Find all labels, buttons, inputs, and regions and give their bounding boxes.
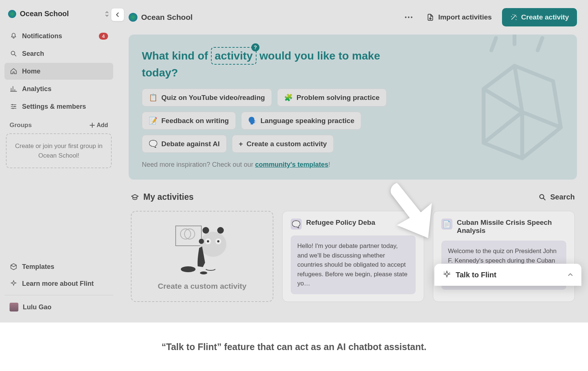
svg-point-16: [202, 227, 209, 234]
user-profile[interactable]: Lulu Gao: [4, 298, 113, 316]
svg-point-15: [217, 240, 219, 242]
nav-label: Analytics: [22, 85, 51, 93]
chip-label: Create a custom activity: [247, 140, 327, 148]
search-label: Search: [550, 193, 575, 201]
home-icon: [10, 67, 18, 75]
gem-illustration-icon: [437, 35, 577, 180]
activity-highlight[interactable]: activity?: [211, 47, 256, 65]
annotation-arrow-icon: [386, 179, 445, 245]
magic-wand-icon: [510, 14, 517, 21]
groups-header: Groups Add: [4, 118, 113, 131]
sparkle-icon: [442, 270, 451, 279]
svg-point-4: [405, 17, 406, 18]
chevron-up-icon: [567, 272, 573, 278]
caption: “Talk to Flint” feature that can act as …: [0, 323, 588, 371]
user-avatar-icon: [10, 303, 18, 311]
analytics-icon: [10, 85, 18, 93]
more-menu-button[interactable]: [401, 10, 416, 25]
bell-icon: [10, 32, 18, 40]
page-title: Ocean School: [141, 13, 193, 22]
chip-label: Feedback on writing: [161, 117, 229, 125]
school-avatar-icon: [129, 13, 137, 22]
nav-label: Notifications: [22, 32, 62, 40]
hero-title: What kind of activity? would you like to…: [142, 47, 406, 80]
activities-title: My activities: [143, 192, 194, 202]
chip-quiz[interactable]: 📋Quiz on YouTube video/reading: [142, 89, 272, 107]
chip-custom-activity[interactable]: +Create a custom activity: [232, 135, 334, 153]
svg-point-19: [181, 266, 196, 272]
plus-icon: +: [239, 140, 243, 148]
debate-icon: 🗨️: [291, 219, 302, 230]
divider: [4, 295, 113, 295]
talk-to-flint-widget[interactable]: Talk to Flint: [434, 264, 581, 286]
activity-type-chips: 📋Quiz on YouTube video/reading 🧩Problem …: [142, 89, 406, 153]
chip-label: Quiz on YouTube video/reading: [161, 94, 265, 102]
chip-label: Language speaking practice: [261, 117, 355, 125]
svg-point-3: [12, 108, 14, 109]
sparkle-icon: [10, 280, 18, 288]
import-activities-button[interactable]: Import activities: [421, 10, 497, 25]
chip-problem-solving[interactable]: 🧩Problem solving practice: [277, 89, 387, 107]
school-selector[interactable]: Ocean School: [4, 7, 113, 21]
nav-notifications[interactable]: Notifications 4: [4, 28, 113, 44]
svg-point-1: [12, 104, 13, 105]
school-name: Ocean School: [20, 10, 69, 18]
nav-settings[interactable]: Settings & members: [4, 98, 113, 115]
groups-empty-state[interactable]: Create or join your first group in Ocean…: [6, 133, 112, 168]
svg-point-5: [408, 17, 409, 18]
plus-icon: [89, 122, 95, 128]
svg-point-18: [199, 239, 204, 244]
add-label: Add: [97, 122, 108, 129]
sliders-icon: [10, 102, 18, 111]
import-label: Import activities: [438, 13, 492, 21]
nav-home[interactable]: Home: [4, 63, 113, 80]
nav-label: Home: [22, 68, 40, 75]
emoji-icon: 🗨️: [149, 140, 158, 148]
chip-label: Debate against AI: [161, 140, 220, 148]
chip-label: Problem solving practice: [297, 94, 380, 102]
chip-language-speaking[interactable]: 🗣️Language speaking practice: [241, 112, 362, 130]
emoji-icon: 🧩: [284, 93, 293, 102]
chip-feedback-writing[interactable]: 📝Feedback on writing: [142, 112, 236, 130]
svg-point-11: [200, 232, 226, 257]
add-group-button[interactable]: Add: [89, 122, 108, 129]
collapse-sidebar-button[interactable]: [111, 8, 124, 21]
user-name: Lulu Gao: [23, 303, 51, 311]
emoji-icon: 🗣️: [248, 116, 257, 125]
create-label: Create activity: [521, 13, 569, 21]
create-activity-button[interactable]: Create activity: [502, 8, 577, 26]
activity-title: Refugee Policy Deba: [306, 219, 375, 227]
search-activities-button[interactable]: Search: [538, 193, 575, 201]
question-badge-icon: ?: [251, 43, 259, 51]
groups-label: Groups: [10, 122, 32, 129]
nav-templates[interactable]: Templates: [4, 258, 113, 275]
emoji-icon: 📝: [149, 116, 158, 125]
svg-point-0: [11, 51, 15, 55]
activity-title: Cuban Missile Crisis Speech Analysis: [457, 219, 566, 235]
svg-point-20: [200, 271, 207, 274]
svg-point-17: [217, 227, 224, 234]
school-avatar-icon: [8, 10, 16, 18]
flint-widget-title: Talk to Flint: [456, 271, 496, 279]
nav-learn-flint[interactable]: Learn more about Flint: [4, 275, 113, 292]
svg-point-2: [14, 106, 15, 107]
breadcrumb: Ocean School: [129, 13, 193, 22]
activity-card-cuban-missile[interactable]: 📄 Cuban Missile Crisis Speech Analysis W…: [433, 211, 575, 302]
community-templates-link[interactable]: community's templates: [255, 161, 328, 168]
topbar: Ocean School Import activities Create ac…: [118, 0, 588, 35]
notification-badge: 4: [99, 33, 108, 40]
nav-search[interactable]: Search: [4, 45, 113, 62]
create-activity-card[interactable]: Create a custom activity: [131, 211, 273, 302]
hero-panel: What kind of activity? would you like to…: [129, 35, 577, 180]
teaching-illustration-icon: [169, 222, 235, 277]
graduation-cap-icon: [131, 193, 139, 201]
chevron-updown-icon: [104, 11, 110, 17]
svg-point-13: [207, 240, 209, 242]
nav-label: Settings & members: [22, 103, 86, 111]
nav-analytics[interactable]: Analytics: [4, 80, 113, 97]
emoji-icon: 📋: [149, 93, 158, 102]
ellipsis-icon: [405, 16, 413, 18]
sidebar: Ocean School Notifications 4 Search: [0, 0, 118, 323]
create-card-label: Create a custom activity: [158, 282, 247, 291]
chip-debate-ai[interactable]: 🗨️Debate against AI: [142, 135, 227, 153]
